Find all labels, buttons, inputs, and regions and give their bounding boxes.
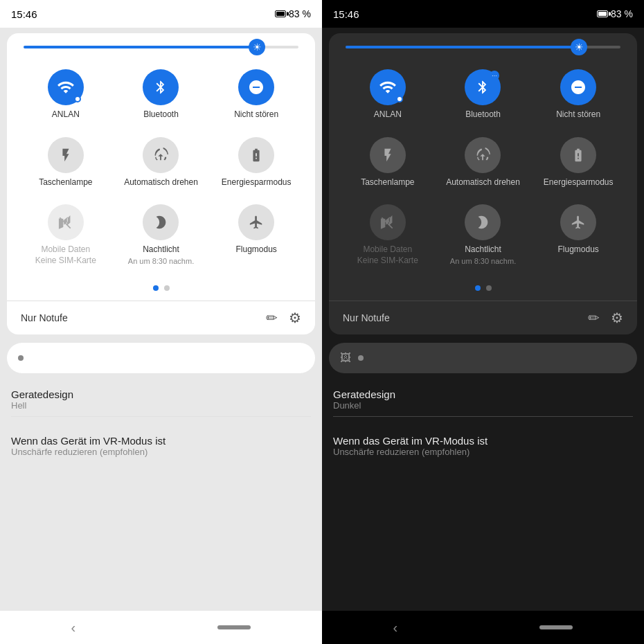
- tile-bluetooth-dark[interactable]: ⋯ Bluetooth: [436, 61, 531, 129]
- qs-bottom-dark: Nur Notufe ✏ ⚙: [329, 301, 637, 334]
- dot-2-light[interactable]: [164, 285, 170, 291]
- tile-sublabel-nightlight-light: An um 8:30 nachm.: [128, 257, 194, 265]
- nav-back-dark[interactable]: ‹: [393, 620, 398, 636]
- settings-item-vr-dark[interactable]: Wenn das Gerät im VR-Modus ist Unschärfe…: [333, 431, 633, 461]
- status-time-light: 15:46: [11, 8, 37, 20]
- dot-1-light[interactable]: [153, 285, 159, 291]
- tile-icon-dnd-light: [238, 69, 274, 105]
- tile-label-rotate-light: Automatisch drehen: [124, 177, 198, 188]
- nav-bar-light: ‹: [0, 611, 322, 644]
- status-right-light: 83 %: [275, 8, 311, 19]
- tile-icon-nightlight-light: [143, 204, 179, 240]
- tile-label-anlan-light: ANLAN: [52, 109, 80, 120]
- tile-icon-torch-light: [48, 137, 84, 173]
- tile-torch-dark[interactable]: Taschenlampe: [340, 129, 436, 197]
- settings-icon-light[interactable]: ⚙: [289, 310, 301, 326]
- nav-home-light[interactable]: [217, 625, 251, 629]
- status-bar-dark: 15:46 83 %: [322, 0, 644, 28]
- settings-sub-vr-light: Unschärfe reduzieren (empfohlen): [11, 447, 311, 457]
- settings-item-vr-light[interactable]: Wenn das Gerät im VR-Modus ist Unschärfe…: [11, 431, 311, 461]
- brightness-row-dark[interactable]: [329, 33, 637, 55]
- tile-label-dnd-light: Nicht stören: [234, 109, 278, 120]
- tile-dnd-light[interactable]: Nicht stören: [208, 61, 304, 129]
- tile-rotate-light[interactable]: Automatisch drehen: [114, 129, 209, 197]
- settings-area-light: Geratedesign Hell Wenn das Gerät im VR-M…: [0, 379, 322, 611]
- page-dots-dark: [329, 280, 637, 301]
- qs-bottom-label-dark: Nur Notufe: [343, 312, 390, 323]
- tile-dnd-dark[interactable]: Nicht stören: [530, 61, 626, 129]
- nav-back-light[interactable]: ‹: [71, 620, 76, 636]
- tile-label-torch-dark: Taschenlampe: [361, 177, 414, 188]
- brightness-track-light[interactable]: [24, 46, 298, 48]
- battery-text-light: 83 %: [289, 8, 311, 19]
- tile-anlan-light[interactable]: ANLAN: [18, 61, 114, 129]
- tile-battery-dark[interactable]: Energiesparmodus: [530, 129, 626, 197]
- brightness-thumb-light[interactable]: [249, 39, 265, 55]
- tile-icon-dnd-dark: [560, 69, 596, 105]
- divider-dark: [333, 416, 633, 417]
- brightness-fill-dark: [346, 46, 579, 48]
- dot-1-dark[interactable]: [475, 285, 481, 291]
- tile-anlan-dark[interactable]: ANLAN: [340, 61, 436, 129]
- tile-bluetooth-light[interactable]: Bluetooth: [114, 61, 209, 129]
- tile-label-airplane-light: Flugmodus: [235, 244, 276, 256]
- tile-battery-light[interactable]: Energiesparmodus: [208, 129, 304, 197]
- tile-mobiledata-light[interactable]: Mobile DatenKeine SIM-Karte: [18, 196, 114, 274]
- qs-bottom-label-light: Nur Notufe: [21, 312, 68, 323]
- battery-icon-light: [275, 10, 286, 17]
- settings-title-vr-dark: Wenn das Gerät im VR-Modus ist: [333, 435, 633, 447]
- tile-icon-anlan-dark: [370, 69, 406, 105]
- dot-2-dark[interactable]: [486, 285, 492, 291]
- tile-nightlight-dark[interactable]: Nachtlicht An um 8:30 nachm.: [436, 196, 531, 274]
- tile-icon-battery-dark: [560, 137, 596, 173]
- tile-label-bluetooth-dark: Bluetooth: [465, 109, 501, 120]
- tile-mobiledata-dark[interactable]: Mobile DatenKeine SIM-Karte: [340, 196, 436, 274]
- battery-text-dark: 83 %: [611, 8, 633, 19]
- edit-icon-dark[interactable]: ✏: [588, 310, 600, 326]
- tile-torch-light[interactable]: Taschenlampe: [18, 129, 114, 197]
- light-panel: 15:46 83 % ANLAN: [0, 0, 322, 644]
- brightness-track-dark[interactable]: [346, 46, 620, 48]
- anlan-dot-light: [74, 96, 81, 102]
- tiles-grid-light: ANLAN Bluetooth Nicht stören: [7, 55, 315, 280]
- tile-label-nightlight-dark: Nachtlicht: [465, 244, 501, 256]
- tile-icon-anlan-light: [48, 69, 84, 105]
- status-right-dark: 83 %: [597, 8, 633, 19]
- divider-light: [11, 416, 311, 417]
- bt-extra-dark: ⋯: [490, 71, 499, 80]
- tiles-grid-dark: ANLAN ⋯ Bluetooth Nicht stören: [329, 55, 637, 280]
- brightness-thumb-dark[interactable]: [571, 39, 587, 55]
- settings-item-design-light[interactable]: Geratedesign Hell: [11, 384, 311, 415]
- status-bar-light: 15:46 83 %: [0, 0, 322, 28]
- tile-icon-nightlight-dark: [465, 204, 501, 240]
- tile-icon-torch-dark: [370, 137, 406, 173]
- settings-sub-vr-dark: Unschärfe reduzieren (empfohlen): [333, 447, 633, 457]
- tile-airplane-light[interactable]: Flugmodus: [208, 196, 304, 274]
- tile-label-anlan-dark: ANLAN: [374, 109, 402, 120]
- edit-icon-light[interactable]: ✏: [266, 310, 278, 326]
- qs-card-light: ANLAN Bluetooth Nicht stören: [7, 33, 315, 334]
- tile-icon-mobiledata-light: [48, 204, 84, 240]
- search-dot-light: [18, 355, 24, 361]
- tile-airplane-dark[interactable]: Flugmodus: [530, 196, 626, 274]
- search-bar-dark[interactable]: 🖼: [329, 343, 637, 373]
- search-bar-light[interactable]: [7, 343, 315, 373]
- tile-icon-airplane-light: [238, 204, 274, 240]
- tile-label-nightlight-light: Nachtlicht: [143, 244, 179, 256]
- nav-home-dark[interactable]: [539, 625, 573, 629]
- tile-icon-battery-light: [238, 137, 274, 173]
- tile-label-mobiledata-dark: Mobile DatenKeine SIM-Karte: [357, 244, 418, 266]
- settings-sub-design-light: Hell: [11, 400, 311, 411]
- settings-area-dark: Geratedesign Dunkel Wenn das Gerät im VR…: [322, 379, 644, 611]
- tile-label-dnd-dark: Nicht stören: [556, 109, 600, 120]
- settings-title-design-dark: Geratedesign: [333, 388, 633, 400]
- settings-icon-dark[interactable]: ⚙: [611, 310, 623, 326]
- tile-nightlight-light[interactable]: Nachtlicht An um 8:30 nachm.: [114, 196, 209, 274]
- nav-bar-dark: ‹: [322, 611, 644, 644]
- tile-icon-airplane-dark: [560, 204, 596, 240]
- tile-rotate-dark[interactable]: Automatisch drehen: [436, 129, 531, 197]
- tile-sublabel-nightlight-dark: An um 8:30 nachm.: [450, 257, 516, 265]
- brightness-row-light[interactable]: [7, 33, 315, 55]
- settings-item-design-dark[interactable]: Geratedesign Dunkel: [333, 384, 633, 415]
- qs-card-dark: ANLAN ⋯ Bluetooth Nicht stören: [329, 33, 637, 334]
